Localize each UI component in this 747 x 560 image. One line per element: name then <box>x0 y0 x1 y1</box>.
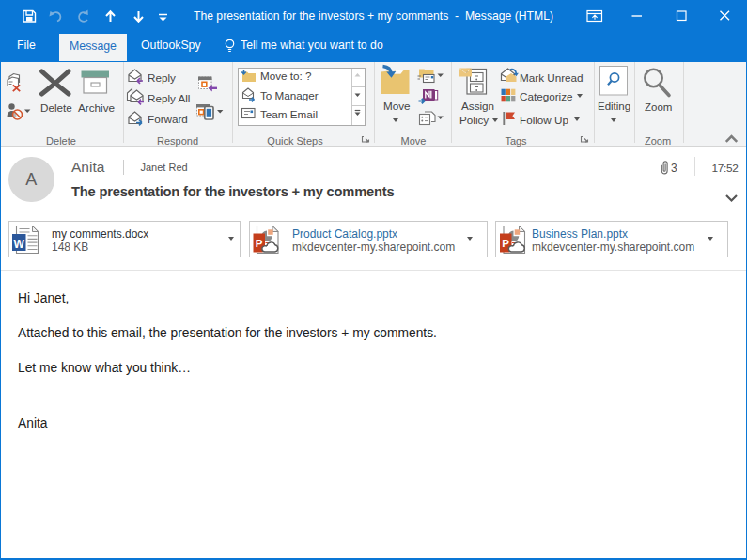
svg-text:P: P <box>256 238 263 249</box>
svg-text:W: W <box>14 238 25 251</box>
